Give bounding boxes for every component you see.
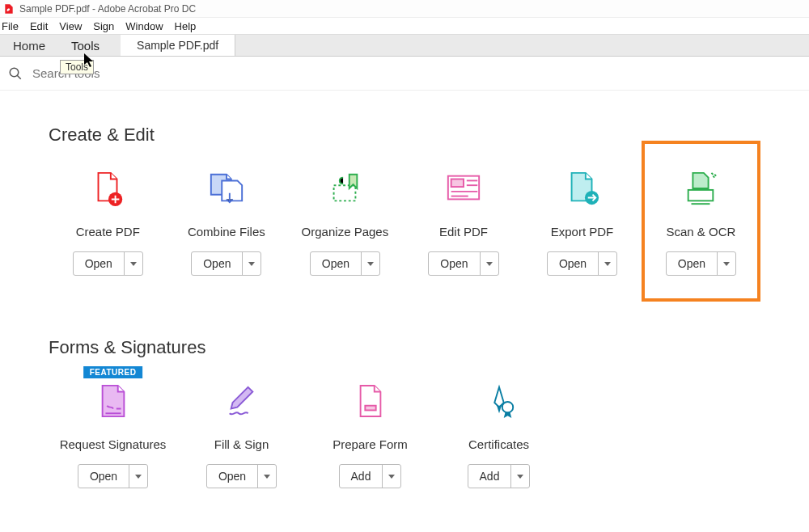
- menu-window[interactable]: Window: [125, 20, 163, 32]
- svg-rect-3: [334, 185, 356, 201]
- acrobat-app-icon: [3, 3, 15, 15]
- menu-edit[interactable]: Edit: [30, 20, 48, 32]
- combine-files-icon: [167, 167, 286, 210]
- svg-point-0: [10, 68, 19, 77]
- svg-point-15: [502, 402, 512, 412]
- menu-file[interactable]: File: [2, 20, 19, 32]
- chevron-down-icon: [517, 475, 523, 479]
- chevron-down-icon: [486, 262, 493, 266]
- open-button-main[interactable]: Open: [207, 465, 258, 488]
- request-signatures-icon: [49, 379, 177, 423]
- tool-scan-ocr[interactable]: Scan & OCR Open: [642, 141, 760, 302]
- certificates-icon: [434, 379, 563, 423]
- chevron-down-icon: [135, 475, 142, 479]
- nav-home[interactable]: Home: [0, 35, 58, 56]
- open-button-dropdown[interactable]: [599, 252, 616, 275]
- open-button-main[interactable]: Open: [429, 252, 480, 275]
- add-button-main[interactable]: Add: [468, 465, 512, 488]
- menu-help[interactable]: Help: [175, 20, 197, 32]
- chevron-down-icon: [367, 262, 374, 266]
- menu-sign[interactable]: Sign: [93, 20, 114, 32]
- search-bar: [0, 57, 809, 91]
- tool-label: Export PDF: [523, 225, 642, 239]
- open-button-dropdown[interactable]: [481, 252, 498, 275]
- tool-label: Scan & OCR: [645, 225, 757, 239]
- open-button[interactable]: Open: [73, 251, 143, 276]
- organize-pages-icon: [286, 167, 404, 210]
- tool-prepare-form[interactable]: Prepare Form Add: [306, 379, 434, 488]
- chevron-down-icon: [723, 262, 730, 266]
- tool-label: Certificates: [434, 437, 563, 451]
- open-button-main[interactable]: Open: [548, 252, 599, 275]
- open-button-dropdown[interactable]: [258, 465, 276, 488]
- add-button-dropdown[interactable]: [383, 465, 400, 488]
- tool-label: Edit PDF: [404, 225, 523, 239]
- open-button-main[interactable]: Open: [192, 252, 243, 275]
- tool-label: Combine Files: [167, 225, 286, 239]
- open-button-main[interactable]: Open: [667, 252, 718, 275]
- add-button-main[interactable]: Add: [340, 465, 383, 488]
- open-button-dropdown[interactable]: [243, 252, 260, 275]
- open-button[interactable]: Open: [666, 251, 736, 276]
- chevron-down-icon: [248, 262, 255, 266]
- tabs-row: Home Tools Sample PDF.pdf: [0, 34, 809, 57]
- chevron-down-icon: [264, 475, 270, 479]
- open-button-main[interactable]: Open: [311, 252, 362, 275]
- open-button-dropdown[interactable]: [129, 465, 147, 488]
- title-bar: Sample PDF.pdf - Adobe Acrobat Pro DC: [0, 0, 809, 18]
- create-edit-grid: Create PDF Open Combine Files Open Organ…: [49, 167, 760, 302]
- chevron-down-icon: [388, 475, 395, 479]
- chevron-down-icon: [130, 262, 137, 266]
- search-icon: [8, 66, 23, 81]
- featured-badge: FEATURED: [83, 366, 143, 378]
- create-pdf-icon: [49, 167, 167, 210]
- document-tab[interactable]: Sample PDF.pdf: [121, 35, 235, 56]
- prepare-form-icon: [306, 379, 434, 423]
- add-button[interactable]: Add: [339, 464, 402, 488]
- tool-label: Organize Pages: [286, 225, 404, 239]
- menu-bar: File Edit View Sign Window Help: [0, 18, 809, 34]
- svg-rect-14: [365, 406, 375, 411]
- tool-label: Create PDF: [49, 225, 167, 239]
- svg-line-1: [17, 75, 21, 79]
- add-button[interactable]: Add: [468, 464, 531, 488]
- tool-label: Prepare Form: [306, 437, 434, 451]
- svg-rect-5: [451, 179, 464, 188]
- tool-label: Request Signatures: [49, 437, 177, 451]
- export-pdf-icon: [523, 167, 642, 210]
- open-button[interactable]: Open: [547, 251, 617, 276]
- tool-request-signatures[interactable]: FEATURED Request Signatures Open: [49, 379, 177, 488]
- open-button-main[interactable]: Open: [78, 465, 129, 488]
- forms-sig-grid: FEATURED Request Signatures Open Fill & …: [49, 379, 760, 488]
- tool-edit-pdf[interactable]: Edit PDF Open: [404, 167, 523, 302]
- tool-label: Fill & Sign: [177, 437, 306, 451]
- open-button-dropdown[interactable]: [125, 252, 142, 275]
- open-button[interactable]: Open: [206, 464, 277, 488]
- open-button-dropdown[interactable]: [718, 252, 735, 275]
- tool-create-pdf[interactable]: Create PDF Open: [49, 167, 167, 302]
- edit-pdf-icon: [404, 167, 523, 210]
- open-button[interactable]: Open: [310, 251, 380, 276]
- scan-ocr-icon: [645, 167, 757, 210]
- tool-certificates[interactable]: Certificates Add: [434, 379, 563, 488]
- open-button[interactable]: Open: [191, 251, 261, 276]
- cursor-icon: [84, 53, 95, 68]
- svg-rect-11: [688, 190, 714, 201]
- open-button-dropdown[interactable]: [362, 252, 379, 275]
- menu-view[interactable]: View: [59, 20, 82, 32]
- chevron-down-icon: [604, 262, 611, 266]
- fill-sign-icon: [177, 379, 306, 423]
- tool-combine-files[interactable]: Combine Files Open: [167, 167, 286, 302]
- tool-export-pdf[interactable]: Export PDF Open: [523, 167, 642, 302]
- open-button-main[interactable]: Open: [74, 252, 125, 275]
- open-button[interactable]: Open: [78, 464, 148, 488]
- add-button-dropdown[interactable]: [511, 465, 529, 488]
- window-title: Sample PDF.pdf - Adobe Acrobat Pro DC: [19, 3, 196, 15]
- open-button[interactable]: Open: [428, 251, 498, 276]
- tool-organize-pages[interactable]: Organize Pages Open: [286, 167, 404, 302]
- section-forms-sig-title: Forms & Signatures: [49, 337, 760, 358]
- tool-fill-sign[interactable]: Fill & Sign Open: [177, 379, 306, 488]
